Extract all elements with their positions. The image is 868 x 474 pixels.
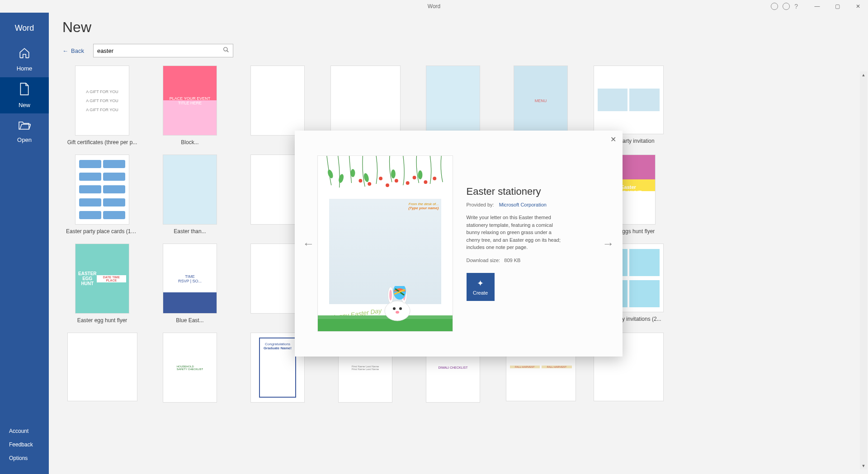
sidebar-item-label: Home bbox=[17, 65, 33, 72]
download-size-value: 809 KB bbox=[504, 258, 520, 263]
svg-point-14 bbox=[424, 180, 427, 184]
svg-point-22 bbox=[399, 307, 402, 310]
svg-point-13 bbox=[412, 176, 416, 179]
sidebar-brand: Word bbox=[0, 13, 49, 41]
svg-point-21 bbox=[393, 307, 396, 310]
template-preview-dialog: ✕ ← → bbox=[295, 131, 623, 357]
svg-point-8 bbox=[368, 182, 371, 186]
open-icon bbox=[18, 120, 31, 133]
svg-point-9 bbox=[379, 177, 382, 180]
svg-point-15 bbox=[433, 177, 436, 180]
titlebar-controls: ? — ▢ ✕ bbox=[771, 0, 868, 13]
svg-point-2 bbox=[338, 174, 344, 183]
create-icon: ✦ bbox=[477, 278, 484, 288]
template-info: Easter stationery Provided by: Microsoft… bbox=[467, 186, 600, 301]
svg-point-23 bbox=[396, 311, 399, 314]
prev-template-button[interactable]: ← bbox=[303, 236, 315, 250]
close-button[interactable]: ✕ bbox=[848, 0, 868, 13]
template-description: Write your letter on this Easter themed … bbox=[467, 214, 561, 251]
provider-link[interactable]: Microsoft Corporation bbox=[499, 202, 547, 207]
close-icon[interactable]: ✕ bbox=[610, 135, 616, 144]
svg-point-6 bbox=[418, 170, 422, 179]
app-title: Word bbox=[428, 3, 440, 9]
titlebar: Word ? — ▢ ✕ bbox=[0, 0, 868, 13]
maximize-button[interactable]: ▢ bbox=[827, 0, 848, 13]
sidebar-item-label: Open bbox=[17, 136, 32, 143]
preview-from-desk: From the desk of... bbox=[408, 202, 439, 206]
svg-point-10 bbox=[385, 183, 389, 187]
svg-point-19 bbox=[389, 290, 392, 300]
home-icon bbox=[19, 47, 30, 61]
download-size-label: Download size: bbox=[467, 258, 500, 263]
svg-point-11 bbox=[394, 179, 398, 183]
help-icon[interactable]: ? bbox=[794, 3, 798, 10]
new-icon bbox=[19, 83, 29, 98]
sidebar-item-label: New bbox=[19, 102, 30, 108]
svg-point-12 bbox=[406, 181, 409, 185]
sidebar-item-new[interactable]: New bbox=[0, 77, 49, 113]
sidebar-link-feedback[interactable]: Feedback bbox=[0, 438, 49, 451]
main-area: New ← Back A GIFT FOR YOUA GIFT FOR YOUA… bbox=[49, 13, 868, 474]
face-happy-icon[interactable] bbox=[771, 3, 778, 10]
svg-point-7 bbox=[359, 179, 362, 183]
create-label: Create bbox=[473, 290, 488, 296]
sidebar: Word Home New Open Account Feedback Opti… bbox=[0, 13, 49, 474]
svg-point-1 bbox=[326, 169, 334, 178]
minimize-button[interactable]: — bbox=[807, 0, 827, 13]
svg-point-5 bbox=[391, 169, 395, 178]
face-sad-icon[interactable] bbox=[783, 3, 790, 10]
preview-name-placeholder: {Type your name} bbox=[408, 206, 439, 210]
template-preview-image: From the desk of... {Type your name} Hap… bbox=[317, 155, 453, 332]
template-title: Easter stationery bbox=[467, 186, 600, 197]
sidebar-item-open[interactable]: Open bbox=[0, 113, 49, 150]
sidebar-item-home[interactable]: Home bbox=[0, 41, 49, 77]
create-button[interactable]: ✦ Create bbox=[467, 273, 495, 301]
svg-point-3 bbox=[350, 169, 355, 177]
next-template-button[interactable]: → bbox=[603, 236, 614, 250]
provided-by-label: Provided by: bbox=[467, 202, 494, 207]
sidebar-link-account[interactable]: Account bbox=[0, 424, 49, 438]
sidebar-link-options[interactable]: Options bbox=[0, 451, 49, 465]
template-preview-overlay: ✕ ← → bbox=[49, 13, 868, 474]
